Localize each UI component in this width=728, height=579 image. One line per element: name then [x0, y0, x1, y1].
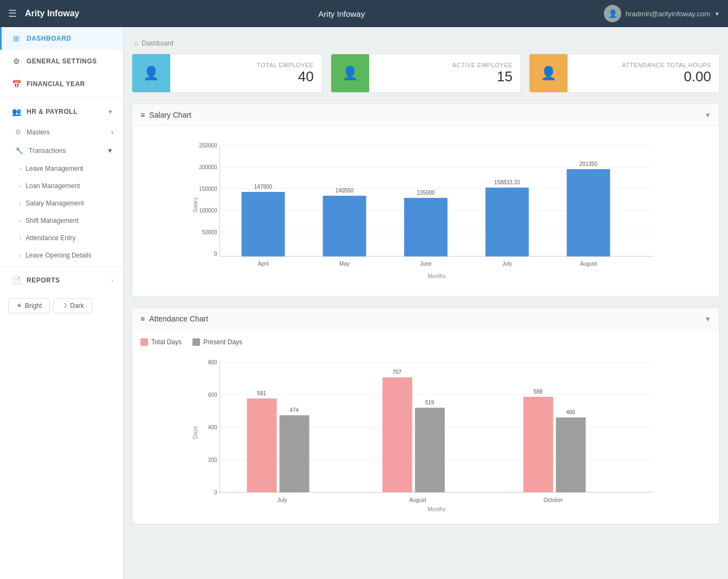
bar-may	[323, 196, 366, 256]
moon-icon: ☽	[61, 302, 67, 310]
collapse-icon[interactable]: ▼	[704, 315, 711, 323]
svg-text:50000: 50000	[202, 229, 217, 235]
title-text: Salary Chart	[149, 111, 191, 119]
sidebar-item-label: Dashboard	[27, 35, 72, 42]
svg-text:158833.33: 158833.33	[494, 179, 520, 185]
chart-legend: Total Days Present Days	[140, 338, 711, 346]
bar-august	[567, 169, 610, 256]
bar-august-present	[415, 408, 445, 492]
user-menu[interactable]: 👤 hradmin@arityinfoway.com ▼	[604, 5, 720, 22]
menu-icon: ≡	[140, 314, 145, 323]
svg-text:Months: Months	[428, 506, 446, 512]
stat-card-total-employee: 👤 TOTAL EMPLOYEE 40	[132, 54, 323, 93]
stat-value: 0.00	[576, 68, 711, 85]
sidebar-item-label: HR & Payroll	[27, 108, 78, 115]
gear-icon: ⚙	[15, 128, 21, 136]
sidebar: ⊞ Dashboard ⚙ General Settings 📅 Financi…	[0, 27, 124, 579]
sidebar-item-transactions[interactable]: 🔧 Transactions ▼	[0, 141, 123, 160]
sidebar-section-label: Transactions	[29, 147, 66, 155]
top-navbar: ☰ Arity Infoway Arity Infoway 👤 hradmin@…	[0, 0, 728, 27]
sidebar-item-general-settings[interactable]: ⚙ General Settings	[0, 50, 123, 73]
chevron-down-icon: ▼	[107, 108, 113, 115]
sidebar-item-loan-management[interactable]: › Loan Management	[0, 177, 123, 195]
bright-theme-button[interactable]: ☀ Bright	[8, 298, 50, 313]
sidebar-item-salary-management[interactable]: › Salary Management	[0, 195, 123, 212]
legend-label: Total Days	[151, 338, 182, 346]
svg-text:800: 800	[208, 359, 217, 365]
sidebar-item-label: Financial Year	[27, 80, 85, 88]
svg-text:400: 400	[208, 424, 217, 430]
svg-text:135000: 135000	[417, 190, 435, 196]
svg-text:0: 0	[214, 490, 217, 496]
app-brand: Arity Infoway	[25, 9, 79, 18]
collapse-icon[interactable]: ▼	[704, 111, 711, 119]
sidebar-divider	[0, 98, 123, 98]
breadcrumb: ⌂ Dashboard	[132, 35, 720, 54]
stat-info: ACTIVE EMPLOYEE 15	[369, 56, 521, 91]
user-email: hradmin@arityinfoway.com	[626, 10, 710, 18]
sidebar-item-financial-year[interactable]: 📅 Financial Year	[0, 73, 123, 95]
sidebar-item-leave-opening-details[interactable]: › Leave Opening Details	[0, 247, 123, 264]
sub-item-label: Shift Management	[25, 217, 78, 224]
stat-card-attendance-hours: 👤 ATTENDANCE TOTAL HOURS 0.00	[529, 54, 720, 93]
svg-text:April: April	[257, 261, 268, 267]
sidebar-toggle[interactable]: ☰	[8, 8, 17, 20]
title-text: Attendance Chart	[149, 314, 208, 323]
settings-icon: ⚙	[11, 57, 21, 66]
stat-label: ATTENDANCE TOTAL HOURS	[576, 62, 711, 68]
sub-item-label: Leave Management	[25, 165, 83, 172]
sidebar-item-masters[interactable]: ⚙ Masters ›	[0, 123, 123, 141]
bar-july	[486, 188, 529, 256]
svg-text:140550: 140550	[336, 188, 354, 194]
svg-text:250000: 250000	[199, 143, 217, 149]
stat-info: TOTAL EMPLOYEE 40	[170, 56, 322, 91]
attendance-icon: 👤	[530, 54, 568, 92]
sub-item-label: Attendance Entry	[25, 234, 75, 242]
sidebar-item-attendance-entry[interactable]: › Attendance Entry	[0, 229, 123, 247]
sidebar-item-hr-payroll[interactable]: 👥 HR & Payroll ▼	[0, 100, 123, 123]
legend-total-days: Total Days	[140, 338, 182, 346]
sub-item-label: Salary Management	[25, 200, 83, 207]
topnav-title: Arity Infoway	[318, 9, 365, 18]
bar-october-total	[524, 397, 553, 492]
sidebar-item-reports[interactable]: 📄 Reports ›	[0, 269, 123, 292]
sidebar-item-leave-management[interactable]: › Leave Management	[0, 160, 123, 177]
sidebar-item-label: General Settings	[27, 57, 97, 65]
main-content: ⌂ Dashboard 👤 TOTAL EMPLOYEE 40 👤 ACTIVE…	[124, 27, 728, 579]
svg-text:August: August	[580, 261, 597, 267]
sidebar-item-shift-management[interactable]: › Shift Management	[0, 212, 123, 229]
sidebar-item-dashboard[interactable]: ⊞ Dashboard	[0, 27, 123, 50]
attendance-chart-title: ≡ Attendance Chart	[140, 314, 208, 323]
active-employee-icon: 👤	[331, 54, 369, 92]
svg-text:588: 588	[533, 389, 543, 395]
legend-present-days: Present Days	[192, 338, 242, 346]
chevron-down-icon: ▼	[107, 147, 113, 155]
bullet-icon: ›	[20, 235, 21, 241]
svg-text:201350: 201350	[579, 161, 598, 167]
svg-text:July: July	[278, 497, 287, 503]
bar-july-total	[247, 398, 277, 492]
salary-chart-body: 250000 200000 150000 100000 50000 0 Sala…	[132, 126, 719, 296]
svg-text:Months: Months	[428, 273, 446, 279]
bullet-icon: ›	[20, 253, 21, 259]
bullet-icon: ›	[20, 183, 21, 189]
stat-cards: 👤 TOTAL EMPLOYEE 40 👤 ACTIVE EMPLOYEE 15…	[132, 54, 720, 93]
reports-icon: 📄	[11, 276, 21, 285]
legend-color-total	[140, 338, 148, 346]
breadcrumb-label: Dashboard	[141, 40, 173, 47]
stat-card-active-employee: 👤 ACTIVE EMPLOYEE 15	[331, 54, 521, 93]
svg-text:150000: 150000	[199, 186, 217, 192]
svg-text:Salary: Salary	[192, 197, 198, 213]
legend-label: Present Days	[203, 338, 242, 346]
sidebar-divider	[0, 266, 123, 267]
dark-theme-button[interactable]: ☽ Dark	[53, 298, 92, 313]
svg-text:519: 519	[425, 400, 434, 406]
dark-label: Dark	[70, 302, 83, 310]
svg-text:100000: 100000	[199, 208, 217, 214]
stat-label: TOTAL EMPLOYEE	[178, 62, 314, 68]
bar-june	[404, 198, 448, 256]
attendance-chart-body: Total Days Present Days	[132, 330, 719, 524]
bar-april	[242, 192, 285, 256]
sidebar-item-label: Reports	[27, 276, 60, 284]
stat-label: ACTIVE EMPLOYEE	[377, 62, 513, 68]
